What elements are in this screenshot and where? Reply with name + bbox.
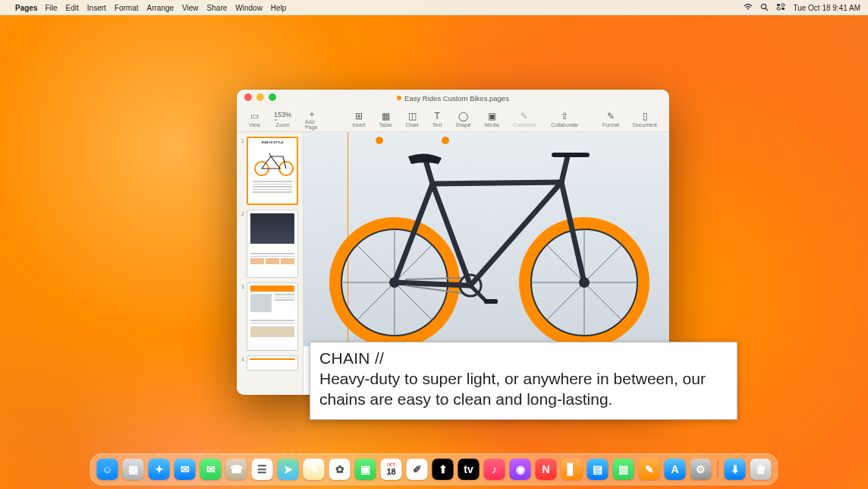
dock-pages[interactable]: ✎ [639, 459, 660, 480]
menu-format[interactable]: Format [115, 4, 139, 12]
svg-rect-4 [777, 8, 780, 10]
comment-icon: ✎ [520, 111, 528, 121]
dock-appstore[interactable]: A [665, 459, 686, 480]
insert-icon: ⊞ [355, 111, 363, 121]
toolbar-text[interactable]: T Text [426, 111, 448, 128]
wifi-icon[interactable] [744, 3, 753, 12]
toolbar-table[interactable]: ▦ Table [373, 111, 398, 128]
view-icon: ▭ [250, 111, 259, 121]
dock-maps[interactable]: ➤ [278, 459, 299, 480]
dock-stocks[interactable]: ⬆ [432, 459, 454, 480]
dock-numbers[interactable]: ▥ [613, 459, 634, 480]
svg-line-32 [432, 182, 561, 184]
toolbar: ▭ View 153% ˅ Zoom ＋ Add Page ⊞ Insert ▦… [237, 106, 669, 132]
document-title: Easy Rides Custom Bikes.pages [397, 94, 509, 103]
dock-reminders[interactable]: ☰ [252, 459, 273, 480]
thumb-number: 1 [240, 138, 244, 144]
collaborate-icon: ⇪ [561, 111, 568, 121]
thumb-page-4[interactable] [247, 355, 298, 371]
thumb-page-2[interactable] [247, 210, 298, 278]
dock-messages[interactable]: ✉ [200, 459, 222, 480]
app-menu[interactable]: Pages [15, 4, 37, 12]
menu-arrange[interactable]: Arrange [147, 4, 175, 12]
thumb-number: 3 [240, 284, 244, 289]
menu-help[interactable]: Help [271, 4, 287, 12]
svg-rect-5 [782, 8, 785, 10]
svg-point-0 [762, 4, 766, 8]
dock-finder[interactable]: ☺ [97, 459, 118, 480]
dock: ☺▦✦✉✉☎☰➤✎✿▣OCT18✐⬆tv♪◉N▋▤▥✎A⚙⬇🗑 [90, 453, 778, 485]
format-icon: ✎ [607, 111, 615, 121]
menu-edit[interactable]: Edit [66, 4, 79, 12]
svg-line-19 [357, 282, 395, 320]
hover-body: Heavy-duty to super light, or anywhere i… [319, 369, 728, 410]
chart-icon: ◫ [408, 111, 417, 121]
toolbar-view[interactable]: ▭ View [243, 111, 266, 128]
zoom-value: 153% ˅ [274, 111, 291, 121]
dock-music[interactable]: ♪ [484, 459, 505, 480]
svg-line-1 [766, 8, 768, 11]
toolbar-comment[interactable]: ✎ Comment [507, 111, 542, 128]
toolbar-insert[interactable]: ⊞ Insert [346, 111, 372, 128]
hover-text-popup: CHAIN // Heavy-duty to super light, or a… [310, 342, 737, 420]
minimize-button[interactable] [256, 93, 264, 101]
toolbar-chart[interactable]: ◫ Chart [400, 111, 425, 128]
dock-photos[interactable]: ✿ [329, 459, 351, 480]
menu-share[interactable]: Share [207, 4, 228, 12]
svg-rect-3 [782, 4, 785, 6]
document-icon: ▯ [643, 111, 648, 121]
toolbar-document[interactable]: ▯ Document [627, 111, 663, 128]
doc-title-text: Easy Rides Custom Bikes.pages [404, 94, 509, 103]
svg-line-37 [561, 156, 568, 182]
dock-keynote[interactable]: ▤ [587, 459, 609, 480]
thumb-number: 2 [240, 211, 244, 216]
dock-contacts[interactable]: ☎ [226, 459, 247, 480]
media-icon: ▣ [488, 111, 496, 121]
dock-downloads[interactable]: ⬇ [725, 459, 746, 480]
bike-image [303, 132, 669, 346]
toolbar-addpage[interactable]: ＋ Add Page [299, 108, 325, 130]
svg-line-16 [357, 244, 395, 282]
menu-window[interactable]: Window [235, 4, 263, 12]
zoom-button[interactable] [269, 93, 276, 101]
dock-freeform[interactable]: ✐ [407, 459, 428, 480]
dock-tv[interactable]: tv [458, 459, 480, 480]
dock-podcasts[interactable]: ◉ [510, 459, 531, 480]
control-center-icon[interactable] [776, 3, 785, 12]
thumb-page-3[interactable] [247, 282, 298, 351]
dock-trash[interactable]: 🗑 [750, 459, 772, 480]
thumb-number: 4 [240, 357, 244, 362]
toolbar-shape[interactable]: ◯ Shape [450, 111, 477, 128]
thumb-page-1[interactable]: RIDE IN STYLE [247, 137, 298, 205]
spotlight-icon[interactable] [760, 3, 769, 13]
toolbar-format[interactable]: ✎ Format [596, 111, 625, 128]
menubar-clock[interactable]: Tue Oct 18 9:41 AM [793, 4, 860, 12]
svg-line-26 [584, 244, 622, 282]
svg-rect-40 [484, 299, 498, 304]
shape-icon: ◯ [458, 111, 468, 121]
toolbar-zoom[interactable]: 153% ˅ Zoom [268, 111, 297, 128]
menu-file[interactable]: File [45, 4, 57, 12]
close-button[interactable] [244, 93, 252, 101]
dock-settings[interactable]: ⚙ [690, 459, 712, 480]
dock-launchpad[interactable]: ▦ [123, 459, 144, 480]
addpage-icon: ＋ [307, 108, 316, 118]
dock-calendar[interactable]: OCT18 [381, 459, 402, 480]
thumb1-title: RIDE IN STYLE [248, 140, 297, 144]
page-thumbnails[interactable]: 1 RIDE IN STYLE 2 [237, 132, 303, 395]
dock-safari[interactable]: ✦ [149, 459, 170, 480]
dock-news[interactable]: N [536, 459, 557, 480]
bicycle-illustration [311, 134, 660, 346]
svg-line-25 [584, 282, 622, 320]
menu-insert[interactable]: Insert [87, 4, 106, 12]
dock-books[interactable]: ▋ [561, 459, 583, 480]
svg-rect-2 [777, 4, 780, 6]
dock-mail[interactable]: ✉ [175, 459, 196, 480]
dock-notes[interactable]: ✎ [303, 459, 325, 480]
toolbar-media[interactable]: ▣ Media [479, 111, 505, 128]
titlebar[interactable]: Easy Rides Custom Bikes.pages [237, 90, 669, 106]
dock-facetime[interactable]: ▣ [355, 459, 376, 480]
svg-line-27 [546, 282, 584, 320]
menu-view[interactable]: View [182, 4, 199, 12]
toolbar-collaborate[interactable]: ⇪ Collaborate [545, 111, 584, 128]
